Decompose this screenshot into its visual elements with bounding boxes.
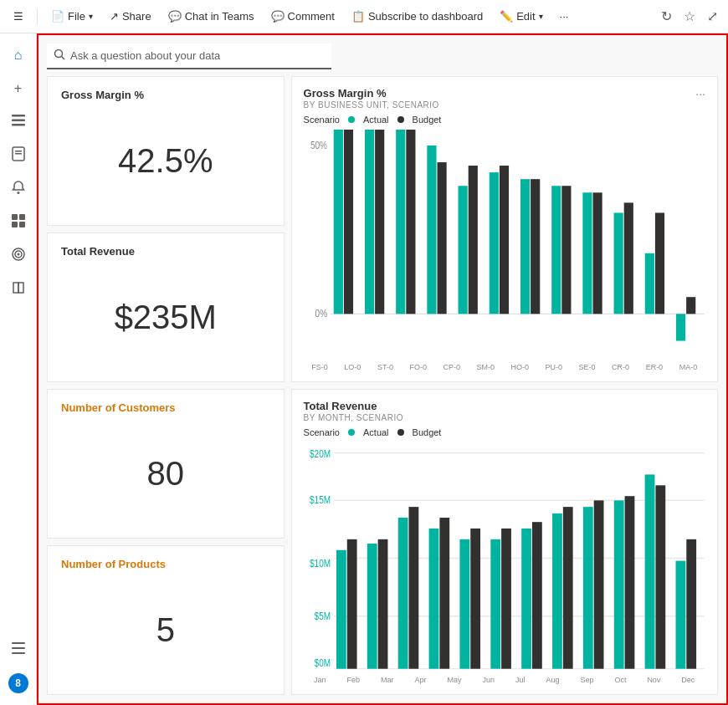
svg-rect-73 xyxy=(593,500,603,668)
svg-rect-68 xyxy=(521,529,531,669)
content-area: Ask a question about your data Gross Mar… xyxy=(37,33,728,705)
svg-rect-60 xyxy=(397,518,408,669)
chart2-area: $20M $15M $10M $5M $0M xyxy=(304,442,705,674)
svg-text:$10M: $10M xyxy=(310,558,331,569)
teams-icon: 💬 xyxy=(168,10,182,23)
total-revenue-kpi-title: Total Revenue xyxy=(61,245,270,258)
svg-point-13 xyxy=(17,253,19,256)
chart1-area: 50% 0% xyxy=(304,130,705,361)
more-button[interactable]: ··· xyxy=(553,7,576,26)
chart2-actual-dot xyxy=(348,429,355,436)
svg-point-17 xyxy=(55,50,63,58)
hamburger-button[interactable]: ☰ xyxy=(7,7,30,26)
svg-rect-74 xyxy=(613,500,623,668)
home-icon: ⌂ xyxy=(14,48,23,63)
svg-rect-42 xyxy=(644,253,654,314)
bookmark-icon xyxy=(11,146,26,165)
sidebar-item-bookmarks[interactable] xyxy=(3,140,33,171)
svg-rect-40 xyxy=(613,212,623,314)
search-placeholder: Ask a question about your data xyxy=(70,49,220,62)
edit-button[interactable]: ✏️ Edit ▾ xyxy=(493,7,549,26)
comment-button[interactable]: 💬 Comment xyxy=(264,7,341,26)
sidebar-item-badge[interactable]: 8 xyxy=(3,668,33,698)
svg-rect-22 xyxy=(333,130,342,314)
chart1-budget-dot xyxy=(397,116,404,123)
gross-margin-kpi-title: Gross Margin % xyxy=(61,89,270,101)
svg-rect-78 xyxy=(675,561,685,669)
svg-rect-63 xyxy=(439,518,449,669)
sidebar-item-learn[interactable] xyxy=(3,274,33,304)
gross-margin-kpi-value: 42.5% xyxy=(61,108,270,213)
svg-rect-29 xyxy=(437,162,446,314)
svg-rect-5 xyxy=(15,153,22,155)
search-icon xyxy=(54,49,65,63)
chart1-legend: Scenario Actual Budget xyxy=(304,115,705,125)
num-customers-kpi-value: 80 xyxy=(61,421,270,526)
edit-icon: ✏️ xyxy=(500,10,513,23)
svg-rect-72 xyxy=(582,507,592,669)
svg-text:$15M: $15M xyxy=(310,494,331,505)
sidebar-item-more[interactable] xyxy=(3,635,33,665)
grid-icon xyxy=(11,213,26,232)
dashboard-grid: Gross Margin % 42.5% Gross Margin % BY B… xyxy=(47,76,718,695)
svg-rect-34 xyxy=(520,179,530,314)
subscribe-icon: 📋 xyxy=(351,10,365,23)
comment-icon: 💬 xyxy=(271,10,285,23)
svg-rect-58 xyxy=(367,544,377,669)
sidebar-item-goals[interactable] xyxy=(3,241,33,271)
chart2-budget-label: Budget xyxy=(413,427,442,437)
sidebar-item-notifications[interactable] xyxy=(3,174,33,204)
user-avatar: 8 xyxy=(8,673,28,693)
svg-text:$20M: $20M xyxy=(310,448,331,459)
svg-rect-66 xyxy=(490,539,500,669)
svg-rect-61 xyxy=(408,507,418,669)
chart1-actual-dot xyxy=(348,116,355,123)
svg-rect-70 xyxy=(552,513,562,669)
more-vert-icon xyxy=(11,641,26,659)
main-layout: ⌂ + xyxy=(0,33,728,705)
sidebar-item-metrics[interactable] xyxy=(3,207,33,238)
share-button[interactable]: ↗ Share xyxy=(103,7,158,26)
svg-line-18 xyxy=(62,57,65,60)
num-products-kpi-title: Number of Products xyxy=(61,558,270,570)
svg-rect-8 xyxy=(19,214,25,220)
subscribe-button[interactable]: 📋 Subscribe to dashboard xyxy=(345,7,490,26)
book-icon xyxy=(11,280,26,299)
expand-button[interactable]: ⤢ xyxy=(704,5,721,28)
search-bar[interactable]: Ask a question about your data xyxy=(47,43,331,69)
svg-rect-43 xyxy=(654,212,664,314)
svg-rect-56 xyxy=(336,550,346,669)
svg-rect-37 xyxy=(561,186,571,314)
sidebar-item-browse[interactable] xyxy=(3,107,33,137)
chart1-more-button[interactable]: ··· xyxy=(695,87,705,100)
sidebar-item-home[interactable]: ⌂ xyxy=(3,40,33,70)
separator-1 xyxy=(37,8,38,25)
file-button[interactable]: 📄 File ▾ xyxy=(44,7,100,26)
gross-margin-chart-card: Gross Margin % BY BUSINESS UNIT, SCENARI… xyxy=(291,76,718,382)
sidebar: ⌂ + xyxy=(0,33,37,705)
gross-margin-chart-subtitle: BY BUSINESS UNIT, SCENARIO xyxy=(304,100,439,110)
svg-rect-1 xyxy=(12,120,25,122)
refresh-button[interactable]: ↻ xyxy=(658,5,675,28)
svg-text:$5M: $5M xyxy=(314,610,330,621)
svg-rect-9 xyxy=(12,222,18,227)
svg-rect-44 xyxy=(676,314,685,340)
toolbar-right: ↻ ☆ ⤢ xyxy=(658,5,721,28)
favorite-button[interactable]: ☆ xyxy=(680,5,699,28)
svg-rect-23 xyxy=(343,130,352,314)
svg-rect-41 xyxy=(623,202,633,314)
chevron-down-icon-edit: ▾ xyxy=(539,12,543,21)
svg-rect-4 xyxy=(15,151,22,152)
sidebar-item-create[interactable]: + xyxy=(3,74,33,104)
hamburger-icon: ☰ xyxy=(13,10,23,23)
svg-rect-2 xyxy=(12,124,25,126)
chart2-legend: Scenario Actual Budget xyxy=(304,427,705,437)
svg-rect-26 xyxy=(396,130,405,314)
chart1-legend-label: Scenario xyxy=(304,115,340,125)
chart2-legend-label: Scenario xyxy=(304,427,340,437)
svg-text:$0M: $0M xyxy=(314,657,330,668)
svg-rect-24 xyxy=(365,130,374,314)
gross-margin-kpi-card: Gross Margin % 42.5% xyxy=(47,76,285,226)
svg-rect-36 xyxy=(551,186,561,314)
chat-teams-button[interactable]: 💬 Chat in Teams xyxy=(161,7,261,26)
